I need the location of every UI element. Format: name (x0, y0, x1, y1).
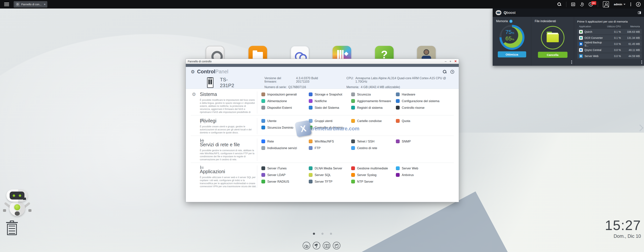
qboost-junk-column: File indesiderati Cancella (531, 17, 574, 66)
menu-item-win-mac-nfs[interactable]: Win/Mac/NFS (309, 139, 351, 144)
memory-optimized-value: 65 (505, 35, 512, 42)
ntp-server-icon (351, 180, 355, 184)
window-titlebar[interactable]: Pannello di controllo – + ✕ (186, 59, 459, 64)
menu-item-cartelle-condivise[interactable]: Cartelle condivise (351, 119, 396, 123)
notifications-icon[interactable]: i 10+ (589, 2, 593, 6)
main-menu-icon[interactable] (4, 3, 9, 6)
menu-item-server-ldap[interactable]: Server LDAP (262, 173, 309, 177)
dock-panel-icon[interactable] (638, 11, 641, 14)
menu-item-storage-snapshot[interactable]: Storage e Snapshot (309, 92, 351, 96)
memory-info-icon[interactable]: i (509, 20, 512, 23)
domain-controller-icon (309, 126, 312, 130)
page-dot-1[interactable] (313, 233, 315, 235)
page-dot-3[interactable] (330, 233, 332, 235)
tutorial-icon[interactable] (323, 242, 330, 249)
menu-item-rete[interactable]: Rete (262, 139, 309, 144)
memory-donut-values: 75% 65% (502, 27, 518, 44)
menu-item-stato-sistema[interactable]: Stato del Sistema (309, 106, 351, 110)
more-options-icon[interactable] (630, 3, 631, 6)
cpu-usage: 0.0 % (604, 42, 621, 46)
external-device-icon[interactable] (580, 2, 584, 7)
background-tasks-icon[interactable] (571, 3, 575, 6)
menu-item-individuazione-servizi[interactable]: Individuazione servizi (262, 146, 309, 150)
menu-item-gestione-multimediale[interactable]: Gestione multimediale (351, 166, 396, 170)
close-icon[interactable]: ✕ (454, 60, 457, 63)
menu-item-controller-dominio[interactable]: Controller di dominio (309, 126, 351, 130)
junk-more-options-icon[interactable] (571, 60, 572, 64)
search-icon[interactable] (558, 2, 561, 6)
minimize-icon[interactable]: – (445, 60, 446, 63)
window-search-icon[interactable] (443, 70, 447, 74)
clock-date: Dom., Dic 10 (605, 234, 641, 239)
menu-item-cestino-rete[interactable]: Cestino di rete (351, 146, 396, 150)
table-row[interactable]: Qsync Central 0.0 % 48.11 MB (577, 47, 642, 53)
menu-item-dlna-media-server[interactable]: DLNA Media Server (309, 166, 351, 170)
window-header: ⚙ ControlPanel ? TS-231P2 Versione del f… (186, 67, 459, 89)
table-row[interactable]: Hybrid Backup S... 0.0 % 61.45 MB (577, 41, 642, 46)
menu-item-sicurezza[interactable]: Sicurezza (351, 92, 396, 96)
user-menu[interactable]: admin (614, 3, 626, 6)
security-lock-icon (351, 92, 355, 96)
col-cpu: Utilizzo CPU (604, 25, 621, 28)
menu-item-alimentazione[interactable]: Alimentazione (262, 99, 309, 103)
next-page-arrow[interactable] (636, 124, 644, 132)
menu-item-registri-sistema[interactable]: Registri di sistema (351, 106, 396, 110)
maximize-icon[interactable]: + (450, 60, 451, 63)
syslog-server-icon (351, 173, 355, 177)
memory-value: 4 GB (4042.4 MB utilizzabile) (361, 86, 400, 89)
app-name: OCR Converter (584, 36, 603, 40)
menu-item-hardware[interactable]: Hardware (396, 92, 453, 96)
menu-item-gruppi-utenti[interactable]: Gruppi utenti (309, 119, 351, 123)
menu-item-aggiornamento-firmware[interactable]: Aggiornamento firmware (351, 99, 396, 103)
feedback-icon[interactable] (333, 242, 340, 249)
tab-close-icon[interactable]: × (44, 3, 46, 6)
menu-item-server-tftp[interactable]: Server TFTP (309, 180, 351, 184)
top5-more-options-icon[interactable] (641, 60, 642, 64)
menu-item-notifiche[interactable]: Notifiche (309, 99, 351, 103)
section-title: Applicazioni (200, 169, 257, 174)
memory-usage: 61.45 MB (621, 42, 640, 46)
recycle-bin-icon[interactable] (6, 220, 18, 236)
user-avatar[interactable] (603, 1, 609, 8)
menu-item-server-sql[interactable]: Server SQL (309, 173, 351, 177)
open-app-tab[interactable]: ⚙ Pannello di con... × (14, 1, 47, 8)
cpu-value: Annapurna Labs Alpine AL314 Quad-core AR… (355, 76, 459, 83)
clean-button[interactable]: Cancella (538, 52, 568, 58)
table-row[interactable]: Server Web 0.0 % 44.59 MB (577, 53, 642, 59)
user-name: admin (614, 3, 622, 6)
qboost-header: Qboost (493, 8, 644, 17)
menu-item-server-itunes[interactable]: Server iTunes (262, 166, 309, 170)
menu-item-server-syslog[interactable]: Server Syslog (351, 173, 396, 177)
page-dot-2[interactable] (322, 233, 324, 235)
tftp-server-icon (309, 180, 312, 184)
myqnapcloud-link-icon[interactable] (303, 242, 310, 249)
menu-item-antivirus[interactable]: Antivirus (396, 173, 453, 177)
menu-item-quota[interactable]: Quota (396, 119, 453, 123)
menu-item-snmp[interactable]: SNMP (396, 139, 453, 144)
menu-item-dispositivi-esterni[interactable]: Dispositivi Esterni (262, 106, 309, 110)
firmware-value: 4.3.4.0370 Build 20171103 (296, 76, 332, 83)
ocr-converter-app-icon (579, 36, 583, 40)
optimize-button[interactable]: Ottimizza (498, 51, 526, 58)
menu-item-ftp[interactable]: FTP (309, 146, 351, 150)
menu-item-server-radius[interactable]: Server RADIUS (262, 180, 309, 184)
menu-item-controllo-risorse[interactable]: Controllo risorse (396, 106, 453, 110)
external-device-icon (262, 106, 265, 110)
menu-item-telnet-ssh[interactable]: Telnet / SSH (351, 139, 396, 144)
memory-usage: 336.63 MB (621, 30, 640, 33)
menu-item-server-web[interactable]: Server Web (396, 166, 453, 170)
window-help-icon[interactable]: ? (450, 70, 454, 74)
menu-item-impostazioni-generali[interactable]: Impostazioni generali (262, 92, 309, 96)
menu-item-configurazione-sistema[interactable]: Configurazione del sistema (396, 99, 453, 103)
qboost-body: Memoria i 75% 65% Ottimizza File indesid… (493, 17, 644, 66)
table-row[interactable]: Qsirch 0.1 % 336.63 MB (577, 29, 642, 34)
menu-item-sicurezza-dominio[interactable]: Sicurezza Dominio (262, 126, 309, 130)
table-row[interactable]: OCR Converter 0.1 % 131.34 MB (577, 35, 642, 40)
dashboard-icon[interactable] (636, 2, 640, 7)
utilities-icon[interactable] (313, 242, 320, 249)
menu-item-utente[interactable]: Utente (262, 119, 309, 123)
menu-item-ntp-server[interactable]: NTP Server (351, 180, 396, 184)
col-memory: Memoria (621, 25, 640, 28)
top5-title: Prime 5 applicazioni per uso di memoria (577, 20, 644, 23)
firmware-label: Versione del firmware: (264, 76, 294, 83)
